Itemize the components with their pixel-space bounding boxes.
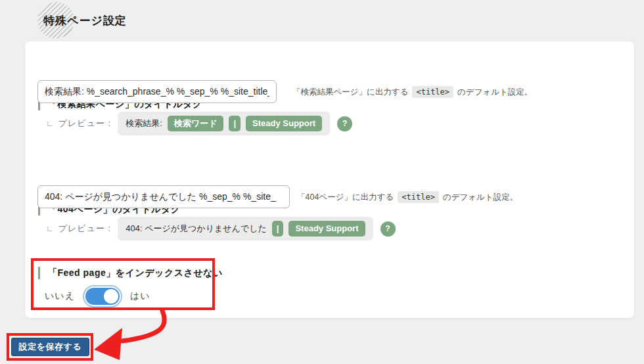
description-text: のデフォルト設定。	[457, 87, 532, 98]
corner-glyph: ∟	[46, 119, 55, 128]
preview-prefix: 検索結果:	[126, 118, 162, 129]
notfound-preview-row: ∟プレビュー : 404: ページが見つかりませんでした | Steady Su…	[46, 217, 396, 240]
title-tag-code-chip: <title>	[412, 86, 453, 98]
description-text: のデフォルト設定。	[443, 192, 518, 203]
preview-prefix: 404: ページが見つかりませんでした	[126, 223, 267, 235]
site-title-badge: Steady Support	[246, 116, 322, 131]
separator-badge: |	[229, 116, 241, 131]
separator-badge: |	[272, 221, 284, 237]
search-preview-box: 検索結果: 検索ワード | Steady Support	[118, 112, 330, 135]
help-icon[interactable]: ?	[337, 116, 352, 131]
preview-label: ∟プレビュー :	[46, 118, 111, 129]
title-tag-code-chip: <title>	[398, 191, 439, 203]
corner-glyph: ∟	[46, 224, 55, 233]
description-text: 「検索結果ページ」に出力する	[292, 87, 408, 98]
notfound-section-description: 「404ページ」に出力する <title> のデフォルト設定。	[297, 191, 518, 203]
preview-label: ∟プレビュー :	[46, 223, 111, 235]
search-section-description: 「検索結果ページ」に出力する <title> のデフォルト設定。	[292, 86, 532, 98]
search-word-badge: 検索ワード	[168, 116, 224, 131]
page-title: 特殊ページ設定	[43, 13, 127, 28]
site-title-badge: Steady Support	[288, 221, 365, 237]
description-text: 「404ページ」に出力する	[297, 192, 394, 203]
notfound-preview-box: 404: ページが見つかりませんでした | Steady Support	[118, 217, 373, 240]
search-title-input[interactable]	[37, 80, 277, 103]
notfound-title-input[interactable]	[37, 185, 290, 208]
help-icon[interactable]: ?	[380, 221, 396, 237]
search-preview-row: ∟プレビュー : 検索結果: 検索ワード | Steady Support ?	[46, 112, 352, 135]
save-settings-button[interactable]: 設定を保存する	[11, 338, 89, 356]
feed-section-highlight-box	[31, 258, 215, 310]
